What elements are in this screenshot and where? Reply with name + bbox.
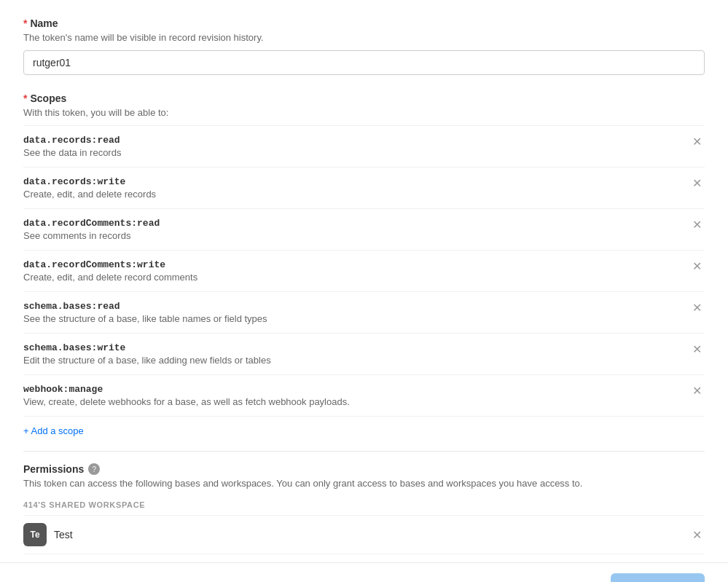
permissions-section: Permissions ? This token can access the … (23, 463, 705, 574)
scope-name: data.records:read (23, 135, 678, 146)
scope-info: data.records:read See the data in record… (23, 135, 678, 158)
scope-item: data.recordComments:write Create, edit, … (23, 251, 705, 292)
scope-item: schema.bases:write Edit the structure of… (23, 334, 705, 375)
divider (23, 451, 705, 452)
scope-item: data.records:write Create, edit, and del… (23, 168, 705, 209)
scope-item: data.records:read See the data in record… (23, 125, 705, 168)
remove-scope-button[interactable]: ✕ (689, 219, 705, 231)
name-required-star: * (23, 17, 27, 29)
scope-item: webhook:manage View, create, delete webh… (23, 375, 705, 417)
scope-name: data.records:write (23, 176, 678, 187)
footer: Save changes (0, 562, 728, 582)
name-section: *Name The token's name will be visible i… (23, 17, 705, 75)
scopes-section: *Scopes With this token, you will be abl… (23, 93, 705, 436)
page-container: *Name The token's name will be visible i… (0, 0, 728, 582)
scope-item: data.recordComments:read See comments in… (23, 209, 705, 251)
help-icon[interactable]: ? (88, 463, 100, 475)
base-item: Te Test ✕ (23, 515, 705, 554)
permissions-title-row: Permissions ? (23, 463, 705, 475)
scope-name: webhook:manage (23, 384, 678, 395)
scope-description: Create, edit, and delete records (23, 189, 678, 200)
remove-scope-button[interactable]: ✕ (689, 136, 705, 148)
scopes-required-star: * (23, 93, 27, 104)
base-avatar: Te (23, 523, 47, 546)
scope-description: See the structure of a base, like table … (23, 313, 678, 324)
remove-scope-button[interactable]: ✕ (689, 261, 705, 272)
bases-list: Te Test ✕ (23, 515, 705, 554)
add-scope-button[interactable]: + Add a scope (23, 425, 84, 436)
permissions-description: This token can access the following base… (23, 478, 705, 489)
name-label: *Name (23, 17, 705, 29)
remove-scope-button[interactable]: ✕ (689, 178, 705, 189)
scope-info: schema.bases:write Edit the structure of… (23, 342, 678, 366)
scope-info: webhook:manage View, create, delete webh… (23, 384, 678, 407)
permissions-label: Permissions (23, 463, 84, 475)
scope-info: data.recordComments:write Create, edit, … (23, 259, 678, 283)
base-name: Test (54, 529, 73, 540)
scope-description: Create, edit, and delete record comments (23, 272, 678, 283)
scopes-description: With this token, you will be able to: (23, 107, 705, 118)
remove-scope-button[interactable]: ✕ (689, 302, 705, 314)
remove-base-button[interactable]: ✕ (689, 530, 705, 541)
scope-item: schema.bases:read See the structure of a… (23, 292, 705, 334)
name-description: The token's name will be visible in reco… (23, 32, 705, 43)
remove-scope-button[interactable]: ✕ (689, 344, 705, 355)
scope-name: schema.bases:write (23, 342, 678, 353)
scopes-label: *Scopes (23, 93, 705, 104)
scope-info: schema.bases:read See the structure of a… (23, 301, 678, 324)
base-info: Te Test (23, 523, 73, 546)
scope-name: data.recordComments:write (23, 259, 678, 270)
scope-description: See the data in records (23, 147, 678, 158)
scopes-list: data.records:read See the data in record… (23, 125, 705, 417)
scope-name: schema.bases:read (23, 301, 678, 312)
scope-description: View, create, delete webhooks for a base… (23, 396, 678, 407)
scope-name: data.recordComments:read (23, 218, 678, 229)
scope-description: See comments in records (23, 230, 678, 241)
workspace-label: 414's Shared Workspace (23, 500, 705, 509)
name-input[interactable] (23, 50, 705, 75)
scope-info: data.recordComments:read See comments in… (23, 218, 678, 241)
scope-info: data.records:write Create, edit, and del… (23, 176, 678, 200)
scope-description: Edit the structure of a base, like addin… (23, 355, 678, 366)
remove-scope-button[interactable]: ✕ (689, 385, 705, 397)
save-changes-button[interactable]: Save changes (611, 573, 705, 583)
